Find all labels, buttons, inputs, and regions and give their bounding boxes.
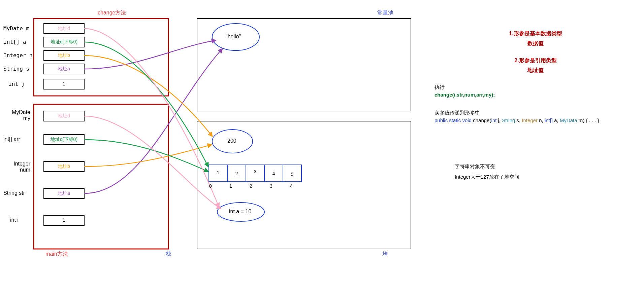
arrow-change-m-mydate [84, 29, 219, 207]
sig-p4n: a, [553, 117, 560, 123]
main-frame [34, 104, 168, 249]
const-pool-title: 常量池 [377, 9, 393, 16]
main-box-my-text: 地址d [44, 113, 84, 119]
array-val-1: 2 [227, 171, 246, 176]
arrow-main-arr-arr [84, 140, 208, 172]
change-box-m-text: 地址d [44, 26, 84, 32]
array-idx-2: 2 [248, 183, 254, 189]
signature-line: public static void change(int j, String … [434, 117, 637, 123]
array-idx-4: 4 [288, 183, 295, 189]
label-change-n: Integer n [3, 52, 33, 59]
label-change-m: MyDate m [3, 25, 29, 32]
sig-p2: String [502, 117, 515, 123]
change-box-j-text: 1 [44, 81, 84, 86]
note-1: 字符串对象不可变 [455, 164, 637, 170]
200-text: 200 [227, 138, 236, 144]
label-main-num: Integer num [3, 161, 30, 173]
change-box-a-text: 地址c(下标0) [44, 39, 84, 45]
label-main-i: int i [10, 217, 19, 223]
label-main-str: String str [3, 190, 25, 196]
change-title: change方法 [98, 9, 126, 16]
sig-name: change [472, 117, 489, 123]
heading-1b: 数据值 [434, 40, 637, 47]
sig-p2n: s, [515, 117, 522, 123]
change-box-n-text: 地址b [44, 52, 84, 59]
inta-text: int a = 10 [229, 209, 251, 215]
array-val-0: 1 [209, 170, 227, 175]
main-title: main方法 [45, 251, 68, 258]
change-box-s-text: 地址a [44, 66, 84, 72]
heap-title: 堆 [382, 251, 388, 258]
exec-label: 执行 [434, 84, 637, 90]
main-box-arr-text: 地址c(下标0) [44, 137, 84, 143]
main-box-i-text: 1 [44, 217, 84, 223]
sig-p5: MyData [560, 117, 577, 123]
label-main-arr: int[] arr [3, 136, 20, 142]
arrow-main-my-mydate [84, 116, 221, 209]
arrow-change-s-hello [84, 40, 216, 69]
heading-2: 2.形参是引用类型 [434, 57, 637, 64]
sig-p1n: j, [496, 117, 502, 123]
label-change-s: String s [3, 66, 29, 72]
pass-desc: 实参值传递到形参中 [434, 110, 637, 116]
label-main-my: MyDate my [3, 109, 30, 121]
heading-1: 1.形参是基本数据类型 [434, 30, 637, 37]
sig-p3n: n, [538, 117, 545, 123]
const-pool-box [197, 19, 411, 111]
sig-p3: Integer [522, 117, 538, 123]
sig-p1: int [491, 117, 496, 123]
sig-p5n: m) { . . . } [577, 117, 599, 123]
note-2: Integer大于127放在了堆空间 [455, 174, 637, 180]
main-box-num-text: 地址b [44, 164, 84, 170]
array-val-4: 5 [283, 172, 301, 177]
array-idx-3: 3 [268, 183, 275, 189]
sig-prefix: public static void [434, 117, 472, 123]
array-val-2: 3 [246, 169, 264, 174]
main-box-str-text: 地址a [44, 190, 84, 196]
call-line: change(i,str,num,arr,my); [434, 92, 637, 98]
label-change-a: int[] a [3, 39, 26, 45]
label-change-j: int j [8, 81, 25, 87]
array-idx-1: 1 [227, 183, 234, 189]
right-panel: 1.形参是基本数据类型 数据值 2.形参是引用类型 地址值 执行 change(… [434, 0, 637, 180]
sig-p4: int[] [545, 117, 553, 123]
array-idx-0: 0 [207, 183, 214, 189]
hello-text: "hello" [226, 34, 241, 40]
heading-2b: 地址值 [434, 67, 637, 74]
stack-title: 栈 [166, 251, 171, 258]
array-val-3: 4 [264, 171, 283, 176]
